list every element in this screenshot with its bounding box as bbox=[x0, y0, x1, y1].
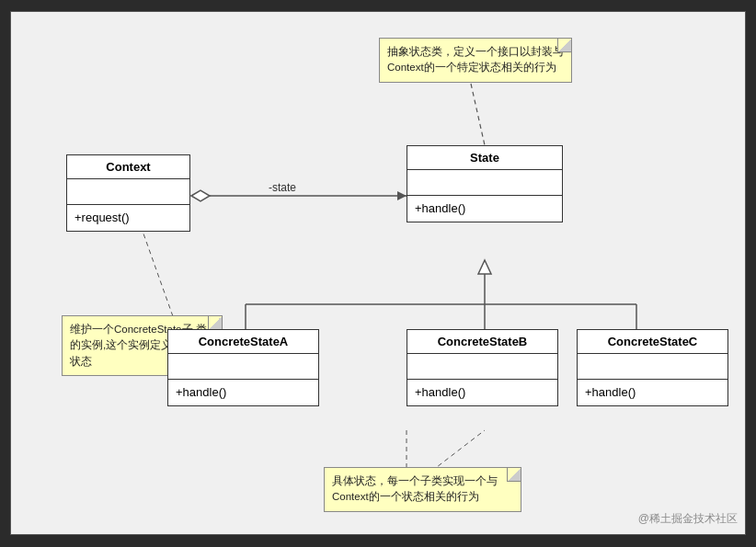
concrete-b-box: ConcreteStateB +handle() bbox=[407, 329, 558, 406]
svg-marker-2 bbox=[397, 191, 407, 200]
concrete-note: 具体状态，每一个子类实现一个与 Context的一个状态相关的行为 bbox=[324, 467, 521, 512]
diagram-canvas: -state 抽象状态类，定义一个接口以封装与 Context的一个特定状态相关… bbox=[10, 11, 746, 535]
state-note: 抽象状态类，定义一个接口以封装与 Context的一个特定状态相关的行为 bbox=[379, 38, 572, 83]
concrete-b-section1 bbox=[407, 354, 557, 380]
concrete-c-box: ConcreteStateC +handle() bbox=[577, 329, 728, 406]
context-title: Context bbox=[67, 155, 189, 179]
concrete-a-section2: +handle() bbox=[168, 380, 318, 405]
state-box: State +handle() bbox=[407, 145, 563, 222]
watermark: @稀土掘金技术社区 bbox=[638, 511, 738, 527]
state-note-text: 抽象状态类，定义一个接口以封装与 Context的一个特定状态相关的行为 bbox=[387, 46, 564, 73]
context-section2: +request() bbox=[67, 205, 189, 231]
concrete-a-title: ConcreteStateA bbox=[168, 330, 318, 354]
concrete-a-section1 bbox=[168, 354, 318, 380]
state-section2: +handle() bbox=[407, 196, 562, 222]
svg-text:-state: -state bbox=[269, 181, 296, 194]
context-box: Context +request() bbox=[66, 154, 190, 232]
concrete-c-section2: +handle() bbox=[578, 380, 727, 405]
svg-line-0 bbox=[471, 84, 485, 145]
concrete-b-section2: +handle() bbox=[407, 380, 557, 405]
concrete-note-text: 具体状态，每一个子类实现一个与 Context的一个状态相关的行为 bbox=[332, 475, 498, 502]
concrete-c-title: ConcreteStateC bbox=[578, 330, 727, 354]
concrete-c-section1 bbox=[578, 354, 727, 380]
context-section1 bbox=[67, 179, 189, 205]
state-section1 bbox=[407, 170, 562, 196]
diagram-svg: -state bbox=[11, 12, 745, 534]
svg-marker-10 bbox=[478, 260, 491, 274]
concrete-b-title: ConcreteStateB bbox=[407, 330, 557, 354]
svg-marker-3 bbox=[191, 190, 210, 201]
concrete-a-box: ConcreteStateA +handle() bbox=[167, 329, 319, 406]
state-title: State bbox=[407, 146, 562, 170]
